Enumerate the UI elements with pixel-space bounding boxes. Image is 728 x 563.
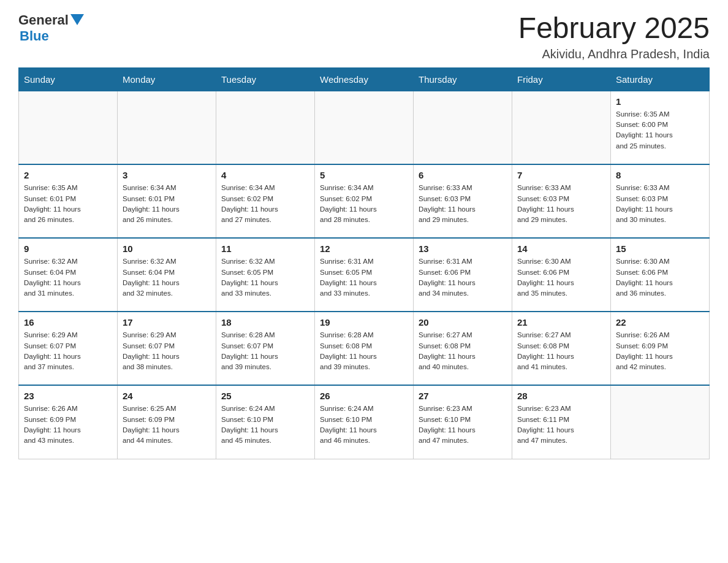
day-number: 4 (221, 170, 309, 180)
day-number: 12 (320, 243, 408, 254)
calendar-cell (19, 91, 118, 164)
calendar-cell: 14Sunrise: 6:30 AMSunset: 6:06 PMDayligh… (512, 238, 611, 312)
day-info: Sunrise: 6:26 AMSunset: 6:09 PMDaylight:… (616, 330, 704, 372)
calendar-cell: 17Sunrise: 6:29 AMSunset: 6:07 PMDayligh… (118, 312, 216, 385)
day-number: 25 (221, 391, 309, 401)
day-info: Sunrise: 6:29 AMSunset: 6:07 PMDaylight:… (24, 330, 112, 372)
calendar-cell: 23Sunrise: 6:26 AMSunset: 6:09 PMDayligh… (19, 385, 118, 459)
day-number: 9 (24, 243, 112, 254)
calendar-cell: 19Sunrise: 6:28 AMSunset: 6:08 PMDayligh… (315, 312, 414, 385)
day-info: Sunrise: 6:24 AMSunset: 6:10 PMDaylight:… (320, 404, 408, 446)
logo: General Blue (18, 12, 84, 44)
day-number: 23 (24, 391, 112, 401)
calendar-cell: 26Sunrise: 6:24 AMSunset: 6:10 PMDayligh… (315, 385, 414, 459)
calendar-cell: 10Sunrise: 6:32 AMSunset: 6:04 PMDayligh… (118, 238, 216, 312)
col-header-friday: Friday (512, 67, 611, 91)
calendar-cell: 11Sunrise: 6:32 AMSunset: 6:05 PMDayligh… (216, 238, 315, 312)
page-subtitle: Akividu, Andhra Pradesh, India (518, 47, 710, 61)
day-number: 10 (123, 243, 211, 254)
calendar-cell: 4Sunrise: 6:34 AMSunset: 6:02 PMDaylight… (216, 164, 315, 238)
calendar-cell: 8Sunrise: 6:33 AMSunset: 6:03 PMDaylight… (611, 164, 710, 238)
page-title: February 2025 (518, 12, 710, 45)
calendar-cell: 21Sunrise: 6:27 AMSunset: 6:08 PMDayligh… (512, 312, 611, 385)
col-header-monday: Monday (118, 67, 216, 91)
calendar-cell: 18Sunrise: 6:28 AMSunset: 6:07 PMDayligh… (216, 312, 315, 385)
logo-general-text: General (18, 12, 69, 28)
day-number: 6 (419, 170, 507, 180)
col-header-saturday: Saturday (611, 67, 710, 91)
day-info: Sunrise: 6:35 AMSunset: 6:01 PMDaylight:… (24, 183, 112, 225)
day-info: Sunrise: 6:33 AMSunset: 6:03 PMDaylight:… (419, 183, 507, 225)
day-info: Sunrise: 6:35 AMSunset: 6:00 PMDaylight:… (616, 109, 704, 151)
day-number: 21 (517, 317, 605, 327)
calendar-cell (611, 385, 710, 459)
day-number: 26 (320, 391, 408, 401)
calendar-cell (315, 91, 414, 164)
day-info: Sunrise: 6:26 AMSunset: 6:09 PMDaylight:… (24, 404, 112, 446)
calendar-cell: 9Sunrise: 6:32 AMSunset: 6:04 PMDaylight… (19, 238, 118, 312)
page-header: General Blue February 2025 Akividu, Andh… (18, 12, 710, 61)
calendar-cell: 13Sunrise: 6:31 AMSunset: 6:06 PMDayligh… (414, 238, 512, 312)
day-info: Sunrise: 6:34 AMSunset: 6:01 PMDaylight:… (123, 183, 211, 225)
calendar-cell: 5Sunrise: 6:34 AMSunset: 6:02 PMDaylight… (315, 164, 414, 238)
day-info: Sunrise: 6:31 AMSunset: 6:06 PMDaylight:… (419, 256, 507, 299)
calendar-cell (216, 91, 315, 164)
calendar-cell: 20Sunrise: 6:27 AMSunset: 6:08 PMDayligh… (414, 312, 512, 385)
col-header-sunday: Sunday (19, 67, 118, 91)
logo-arrow-icon (70, 14, 84, 25)
calendar-cell: 1Sunrise: 6:35 AMSunset: 6:00 PMDaylight… (611, 91, 710, 164)
calendar-cell: 16Sunrise: 6:29 AMSunset: 6:07 PMDayligh… (19, 312, 118, 385)
calendar-cell (512, 91, 611, 164)
day-info: Sunrise: 6:24 AMSunset: 6:10 PMDaylight:… (221, 404, 309, 446)
col-header-tuesday: Tuesday (216, 67, 315, 91)
day-info: Sunrise: 6:34 AMSunset: 6:02 PMDaylight:… (221, 183, 309, 225)
day-number: 20 (419, 317, 507, 327)
calendar-table: SundayMondayTuesdayWednesdayThursdayFrid… (18, 67, 710, 459)
calendar-cell: 12Sunrise: 6:31 AMSunset: 6:05 PMDayligh… (315, 238, 414, 312)
day-info: Sunrise: 6:25 AMSunset: 6:09 PMDaylight:… (123, 404, 211, 446)
day-info: Sunrise: 6:23 AMSunset: 6:10 PMDaylight:… (419, 404, 507, 446)
day-number: 1 (616, 96, 704, 107)
col-header-wednesday: Wednesday (315, 67, 414, 91)
day-number: 8 (616, 170, 704, 180)
day-info: Sunrise: 6:30 AMSunset: 6:06 PMDaylight:… (517, 256, 605, 299)
day-info: Sunrise: 6:27 AMSunset: 6:08 PMDaylight:… (517, 330, 605, 372)
day-number: 19 (320, 317, 408, 327)
calendar-cell (414, 91, 512, 164)
calendar-cell: 7Sunrise: 6:33 AMSunset: 6:03 PMDaylight… (512, 164, 611, 238)
calendar-cell: 22Sunrise: 6:26 AMSunset: 6:09 PMDayligh… (611, 312, 710, 385)
day-info: Sunrise: 6:34 AMSunset: 6:02 PMDaylight:… (320, 183, 408, 225)
day-info: Sunrise: 6:33 AMSunset: 6:03 PMDaylight:… (616, 183, 704, 225)
day-info: Sunrise: 6:32 AMSunset: 6:04 PMDaylight:… (24, 256, 112, 299)
day-number: 22 (616, 317, 704, 327)
day-number: 17 (123, 317, 211, 327)
day-info: Sunrise: 6:28 AMSunset: 6:08 PMDaylight:… (320, 330, 408, 372)
day-number: 13 (419, 243, 507, 254)
day-number: 2 (24, 170, 112, 180)
col-header-thursday: Thursday (414, 67, 512, 91)
calendar-cell: 15Sunrise: 6:30 AMSunset: 6:06 PMDayligh… (611, 238, 710, 312)
day-number: 14 (517, 243, 605, 254)
calendar-cell: 28Sunrise: 6:23 AMSunset: 6:11 PMDayligh… (512, 385, 611, 459)
calendar-cell: 24Sunrise: 6:25 AMSunset: 6:09 PMDayligh… (118, 385, 216, 459)
day-info: Sunrise: 6:29 AMSunset: 6:07 PMDaylight:… (123, 330, 211, 372)
title-block: February 2025 Akividu, Andhra Pradesh, I… (518, 12, 710, 61)
calendar-cell: 3Sunrise: 6:34 AMSunset: 6:01 PMDaylight… (118, 164, 216, 238)
day-number: 3 (123, 170, 211, 180)
calendar-cell: 2Sunrise: 6:35 AMSunset: 6:01 PMDaylight… (19, 164, 118, 238)
day-info: Sunrise: 6:30 AMSunset: 6:06 PMDaylight:… (616, 256, 704, 299)
logo-blue-text: Blue (20, 28, 49, 44)
calendar-cell: 6Sunrise: 6:33 AMSunset: 6:03 PMDaylight… (414, 164, 512, 238)
day-number: 7 (517, 170, 605, 180)
day-number: 5 (320, 170, 408, 180)
day-info: Sunrise: 6:32 AMSunset: 6:05 PMDaylight:… (221, 256, 309, 299)
day-number: 11 (221, 243, 309, 254)
day-number: 18 (221, 317, 309, 327)
day-info: Sunrise: 6:23 AMSunset: 6:11 PMDaylight:… (517, 404, 605, 446)
day-info: Sunrise: 6:28 AMSunset: 6:07 PMDaylight:… (221, 330, 309, 372)
day-info: Sunrise: 6:32 AMSunset: 6:04 PMDaylight:… (123, 256, 211, 299)
day-number: 28 (517, 391, 605, 401)
day-number: 15 (616, 243, 704, 254)
calendar-cell: 25Sunrise: 6:24 AMSunset: 6:10 PMDayligh… (216, 385, 315, 459)
day-info: Sunrise: 6:27 AMSunset: 6:08 PMDaylight:… (419, 330, 507, 372)
